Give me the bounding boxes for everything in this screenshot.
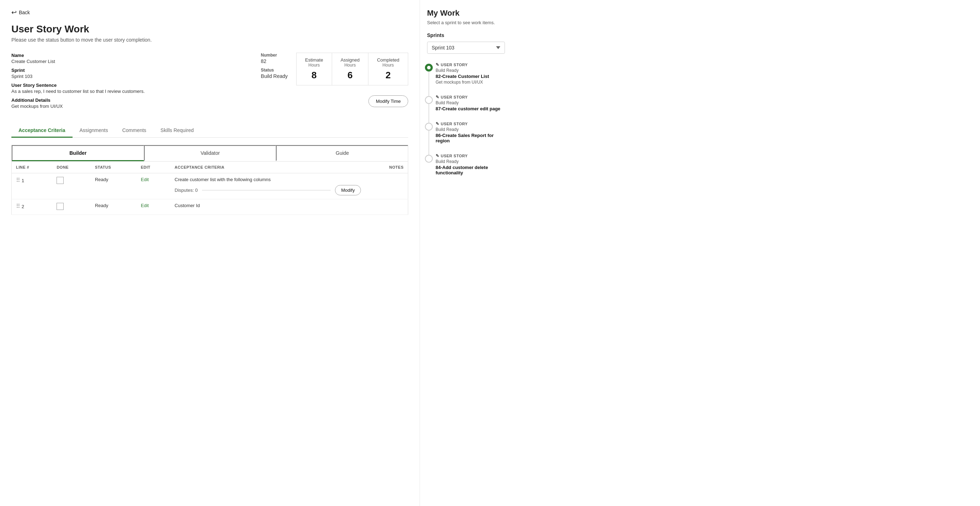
notes-cell bbox=[365, 173, 408, 199]
assigned-label: Assigned bbox=[340, 57, 360, 62]
timeline-item[interactable]: ✎ USER STORY Build Ready 82-Create Custo… bbox=[436, 62, 505, 85]
edit-link[interactable]: Edit bbox=[141, 203, 149, 208]
edit-pencil-icon: ✎ bbox=[436, 62, 439, 67]
sprint-value: Sprint 103 bbox=[11, 73, 244, 79]
back-icon: ↩ bbox=[11, 8, 17, 16]
story-tag: ✎ USER STORY bbox=[436, 121, 505, 126]
estimate-sub: Hours bbox=[305, 62, 323, 68]
col-done: DONE bbox=[52, 161, 91, 173]
completed-label: Completed bbox=[377, 57, 399, 62]
sprint-select[interactable]: Sprint 103 Sprint 102 Sprint 101 bbox=[427, 42, 505, 54]
line-number: 1 bbox=[22, 178, 24, 183]
sprints-label: Sprints bbox=[427, 32, 505, 38]
story-status: Build Ready bbox=[436, 127, 505, 132]
criteria-text: Create customer list with the following … bbox=[175, 177, 361, 182]
story-name: 84-Add customer delete functionality bbox=[436, 165, 505, 176]
sidebar-title: My Work bbox=[427, 8, 505, 18]
timeline-circle bbox=[425, 96, 433, 104]
col-line: LINE # bbox=[12, 161, 52, 173]
row-status: Ready bbox=[91, 173, 137, 199]
number-value: 82 bbox=[261, 58, 288, 64]
modify-time-button[interactable]: Modify Time bbox=[368, 95, 408, 107]
story-name: 86-Create Sales Report for region bbox=[436, 133, 505, 144]
tabs: Acceptance Criteria Assignments Comments… bbox=[11, 124, 408, 138]
story-status: Build Ready bbox=[436, 159, 505, 164]
story-tag: ✎ USER STORY bbox=[436, 95, 505, 100]
edit-pencil-icon: ✎ bbox=[436, 121, 439, 126]
sidebar: My Work Select a sprint to see work item… bbox=[420, 0, 512, 506]
tab-skills-required[interactable]: Skills Required bbox=[153, 124, 200, 138]
edit-link[interactable]: Edit bbox=[141, 177, 149, 182]
assigned-value: 6 bbox=[340, 70, 360, 81]
col-status: STATUS bbox=[91, 161, 137, 173]
sprint-label: Sprint bbox=[11, 68, 244, 73]
sub-tab-builder[interactable]: Builder bbox=[12, 145, 144, 161]
story-timeline: ✎ USER STORY Build Ready 82-Create Custo… bbox=[427, 62, 505, 176]
disputes-label: Disputes: 0 bbox=[175, 188, 198, 193]
table-row: ⠿ 2 Ready Edit Customer Id bbox=[12, 199, 408, 215]
timeline-item[interactable]: ✎ USER STORY Build Ready 86-Create Sales… bbox=[436, 121, 505, 144]
col-criteria: ACCEPTANCE CRITERIA bbox=[170, 161, 365, 173]
col-notes: NOTES bbox=[365, 161, 408, 173]
drag-icon: ⠿ bbox=[16, 177, 20, 183]
details-label: Additional Details bbox=[11, 97, 244, 103]
back-label: Back bbox=[19, 10, 30, 15]
timeline-line bbox=[428, 104, 429, 123]
timeline-line bbox=[428, 131, 429, 155]
story-name: 82-Create Customer List bbox=[436, 73, 505, 79]
tab-comments[interactable]: Comments bbox=[115, 124, 154, 138]
timeline-item[interactable]: ✎ USER STORY Build Ready 87-Create custo… bbox=[436, 95, 505, 112]
criteria-cell: Create customer list with the following … bbox=[170, 173, 365, 199]
line-number: 2 bbox=[22, 204, 24, 209]
timeline-circle-active bbox=[425, 64, 433, 72]
estimate-hours-box: Estimate Hours 8 bbox=[296, 53, 332, 85]
sub-tab-guide[interactable]: Guide bbox=[276, 145, 408, 161]
tab-acceptance-criteria[interactable]: Acceptance Criteria bbox=[11, 124, 73, 138]
sentence-value: As a sales rep, I need to customer list … bbox=[11, 89, 244, 94]
page-subtitle: Please use the status button to move the… bbox=[11, 37, 408, 43]
assigned-sub: Hours bbox=[340, 62, 360, 68]
drag-icon: ⠿ bbox=[16, 203, 20, 209]
notes-cell bbox=[365, 199, 408, 215]
tab-assignments[interactable]: Assignments bbox=[73, 124, 115, 138]
edit-pencil-icon: ✎ bbox=[436, 153, 439, 158]
story-tag: ✎ USER STORY bbox=[436, 62, 505, 67]
completed-sub: Hours bbox=[377, 62, 399, 68]
story-name: 87-Create customer edit page bbox=[436, 106, 505, 112]
assigned-hours-box: Assigned Hours 6 bbox=[332, 53, 368, 85]
edit-pencil-icon: ✎ bbox=[436, 95, 439, 100]
sub-tab-validator[interactable]: Validator bbox=[144, 145, 276, 161]
status-value: Build Ready bbox=[261, 73, 288, 79]
timeline-circle bbox=[425, 155, 433, 163]
story-status: Build Ready bbox=[436, 101, 505, 105]
estimate-value: 8 bbox=[305, 70, 323, 81]
criteria-table: LINE # DONE STATUS EDIT ACCEPTANCE CRITE… bbox=[11, 161, 408, 215]
status-label: Status bbox=[261, 68, 288, 73]
completed-value: 2 bbox=[377, 70, 399, 81]
story-tag: ✎ USER STORY bbox=[436, 153, 505, 158]
sentence-label: User Story Sentence bbox=[11, 83, 244, 88]
done-checkbox[interactable] bbox=[57, 203, 64, 210]
story-status: Build Ready bbox=[436, 68, 505, 73]
story-desc: Get mockups from UI/UX bbox=[436, 80, 505, 85]
done-checkbox[interactable] bbox=[57, 177, 64, 184]
modify-button[interactable]: Modify bbox=[335, 185, 361, 195]
timeline-line bbox=[428, 72, 429, 97]
back-button[interactable]: ↩ Back bbox=[11, 8, 30, 16]
estimate-label: Estimate bbox=[305, 57, 323, 62]
page-title: User Story Work bbox=[11, 24, 408, 35]
name-value: Create Customer List bbox=[11, 59, 244, 64]
timeline-item[interactable]: ✎ USER STORY Build Ready 84-Add customer… bbox=[436, 153, 505, 176]
completed-hours-box: Completed Hours 2 bbox=[368, 53, 408, 85]
criteria-text: Customer Id bbox=[175, 203, 361, 208]
number-label: Number bbox=[261, 53, 288, 57]
name-label: Name bbox=[11, 53, 244, 58]
table-row: ⠿ 1 Ready Edit Create customer list with… bbox=[12, 173, 408, 199]
col-edit: EDIT bbox=[137, 161, 170, 173]
details-value: Get mockups from UI/UX bbox=[11, 104, 244, 109]
sub-tabs: Builder Validator Guide bbox=[11, 145, 408, 161]
disputes-line bbox=[202, 190, 331, 190]
row-status: Ready bbox=[91, 199, 137, 215]
sidebar-subtitle: Select a sprint to see work items. bbox=[427, 20, 505, 25]
criteria-cell: Customer Id bbox=[170, 199, 365, 215]
